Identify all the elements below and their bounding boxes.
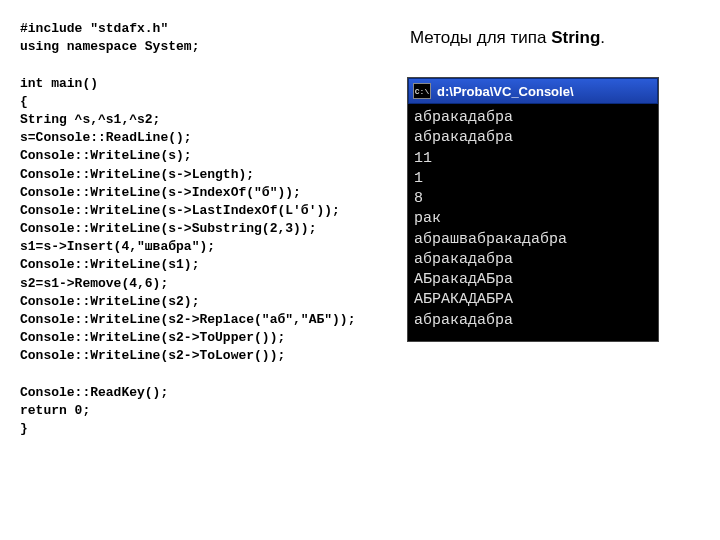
cmd-icon: C:\: [413, 83, 431, 99]
console-window: C:\ d:\Proba\VC_Console\ абракадабра абр…: [408, 78, 658, 341]
console-title-text: d:\Proba\VC_Console\: [437, 84, 574, 99]
heading-bold: String: [551, 28, 600, 47]
heading-suffix: .: [600, 28, 605, 47]
heading-prefix: Методы для типа: [410, 28, 551, 47]
console-output: абракадабра абракадабра 11 1 8 рак абраш…: [408, 104, 658, 341]
section-heading: Методы для типа String.: [410, 28, 605, 48]
console-titlebar: C:\ d:\Proba\VC_Console\: [408, 78, 658, 104]
